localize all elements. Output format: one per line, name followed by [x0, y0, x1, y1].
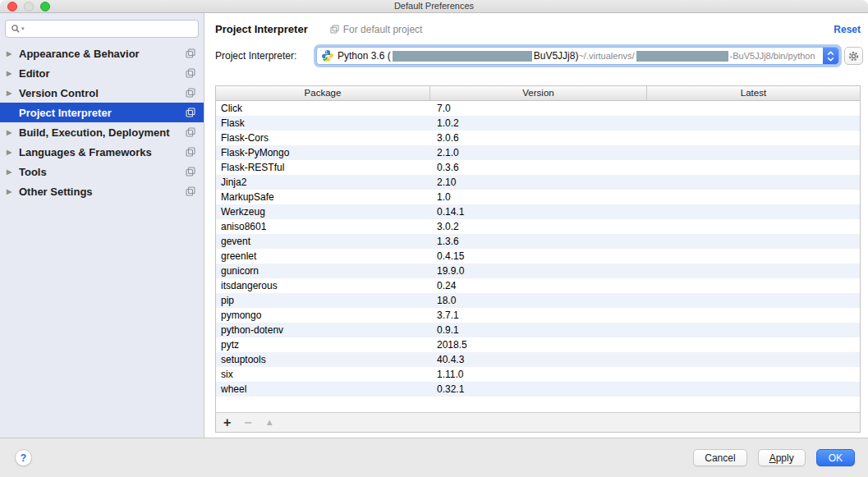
table-row[interactable]: python-dotenv 0.9.1 [216, 323, 860, 337]
cancel-button[interactable]: Cancel [693, 449, 746, 466]
package-version-cell: 1.0.2 [430, 116, 647, 131]
table-row[interactable]: Flask 1.0.2 [216, 116, 860, 131]
gear-icon [848, 51, 859, 62]
ok-button[interactable]: OK [816, 449, 855, 466]
shared-settings-icon [186, 68, 195, 78]
redacted-text-block [393, 51, 532, 62]
remove-package-button[interactable]: − [244, 416, 251, 429]
package-version-cell: 0.24 [430, 278, 647, 293]
table-row[interactable]: itsdangerous 0.24 [216, 278, 860, 293]
sidebar-item-label: Project Interpreter [19, 107, 181, 119]
zoom-window-button[interactable] [40, 2, 50, 11]
chevron-right-icon[interactable]: ▶ [7, 149, 19, 156]
package-latest-cell [647, 116, 860, 131]
chevron-right-icon[interactable]: ▶ [7, 89, 19, 97]
chevron-right-icon[interactable]: ▶ [7, 129, 19, 136]
shared-settings-icon [186, 88, 195, 98]
project-interpreter-panel: Project Interpreter For default project … [204, 13, 868, 438]
table-row[interactable]: pip 18.0 [216, 293, 860, 308]
sidebar-item[interactable]: ▶ Project Interpreter [0, 103, 204, 122]
package-version-cell: 1.0 [430, 190, 647, 204]
package-name-cell: Werkzeug [216, 204, 430, 219]
package-name-cell: MarkupSafe [216, 190, 430, 204]
package-name-cell: greenlet [216, 249, 430, 264]
shared-settings-icon [186, 147, 195, 157]
column-header-latest[interactable]: Latest [647, 86, 860, 100]
table-row[interactable]: Flask-PyMongo 2.1.0 [216, 145, 860, 160]
interpreter-name: Python 3.6 ( [338, 50, 391, 62]
table-row[interactable]: pytz 2018.5 [216, 337, 860, 352]
package-version-cell: 3.0.6 [430, 131, 647, 145]
search-input[interactable]: ▾ [5, 20, 199, 38]
magnifier-icon [11, 24, 21, 34]
table-row[interactable]: wheel 0.32.1 [216, 382, 860, 397]
sidebar-item[interactable]: ▶ Version Control [0, 83, 204, 103]
table-row[interactable]: setuptools 40.4.3 [216, 352, 860, 367]
apply-button[interactable]: Apply [758, 449, 806, 466]
sidebar-item[interactable]: ▶ Build, Execution, Deployment [0, 122, 204, 142]
chevron-right-icon[interactable]: ▶ [7, 70, 19, 77]
sidebar-item[interactable]: ▶ Tools [0, 162, 204, 181]
package-latest-cell [647, 367, 860, 382]
interpreter-settings-button[interactable] [844, 47, 863, 65]
table-row[interactable]: Werkzeug 0.14.1 [216, 204, 860, 219]
sidebar-item-label: Version Control [19, 87, 181, 99]
package-latest-cell [647, 278, 860, 293]
chevron-right-icon[interactable]: ▶ [7, 188, 19, 195]
package-latest-cell [647, 293, 860, 308]
package-version-cell: 40.4.3 [430, 352, 647, 367]
add-package-button[interactable]: + [223, 416, 231, 429]
column-header-package[interactable]: Package [216, 86, 430, 100]
package-name-cell: pytz [216, 337, 430, 352]
column-header-version[interactable]: Version [430, 86, 647, 100]
table-row[interactable]: Flask-RESTful 0.3.6 [216, 160, 860, 175]
table-row[interactable]: greenlet 0.4.15 [216, 249, 860, 264]
package-version-cell: 18.0 [430, 293, 647, 308]
package-name-cell: pip [216, 293, 430, 308]
table-row[interactable]: six 1.11.0 [216, 367, 860, 382]
package-name-cell: python-dotenv [216, 323, 430, 337]
package-name-cell: itsdangerous [216, 278, 430, 293]
interpreter-combobox[interactable]: Python 3.6 ( BuV5JJj8) ~/.virtualenvs/ -… [316, 47, 839, 65]
search-options-caret-icon[interactable]: ▾ [21, 25, 25, 32]
sidebar-item-label: Tools [19, 166, 181, 178]
sidebar-item[interactable]: ▶ Languages & Frameworks [0, 142, 204, 162]
upgrade-package-button[interactable]: ▲ [265, 418, 274, 427]
table-row[interactable]: aniso8601 3.0.2 [216, 219, 860, 234]
package-name-cell: Flask-Cors [216, 131, 430, 145]
table-row[interactable]: Click 7.0 [216, 101, 860, 116]
package-version-cell: 0.14.1 [430, 204, 647, 219]
package-latest-cell [647, 160, 860, 175]
combobox-stepper[interactable] [823, 48, 838, 64]
sidebar-item-label: Languages & Frameworks [19, 146, 181, 158]
package-name-cell: wheel [216, 382, 430, 397]
shared-settings-icon [186, 108, 195, 117]
sidebar-item[interactable]: ▶ Other Settings [0, 181, 204, 201]
table-row[interactable]: gevent 1.3.6 [216, 234, 860, 249]
dialog-footer: ? Cancel Apply OK [0, 438, 868, 477]
sidebar-item[interactable]: ▶ Editor [0, 63, 204, 83]
package-latest-cell [647, 175, 860, 190]
package-latest-cell [647, 190, 860, 204]
table-row[interactable]: gunicorn 19.9.0 [216, 264, 860, 278]
package-latest-cell [647, 234, 860, 249]
sidebar-item[interactable]: ▶ Appearance & Behavior [0, 44, 204, 63]
help-button[interactable]: ? [15, 449, 32, 466]
close-window-button[interactable] [7, 2, 17, 11]
reset-link[interactable]: Reset [834, 24, 861, 35]
chevron-right-icon[interactable]: ▶ [7, 50, 19, 57]
table-row[interactable]: Flask-Cors 3.0.6 [216, 131, 860, 145]
minimize-window-button[interactable] [24, 2, 34, 11]
chevron-right-icon[interactable]: ▶ [7, 168, 19, 176]
table-row[interactable]: Jinja2 2.10 [216, 175, 860, 190]
table-header: Package Version Latest [216, 86, 860, 101]
package-name-cell: Flask-RESTful [216, 160, 430, 175]
interpreter-field-label: Project Interpreter: [215, 50, 312, 62]
settings-tree: ▶ Appearance & Behavior ▶ Editor [0, 44, 204, 201]
table-row[interactable]: pymongo 3.7.1 [216, 308, 860, 323]
package-version-cell: 1.11.0 [430, 367, 647, 382]
shared-settings-icon [186, 127, 195, 137]
page-title: Project Interpreter [215, 23, 308, 35]
package-version-cell: 2.10 [430, 175, 647, 190]
table-row[interactable]: MarkupSafe 1.0 [216, 190, 860, 204]
